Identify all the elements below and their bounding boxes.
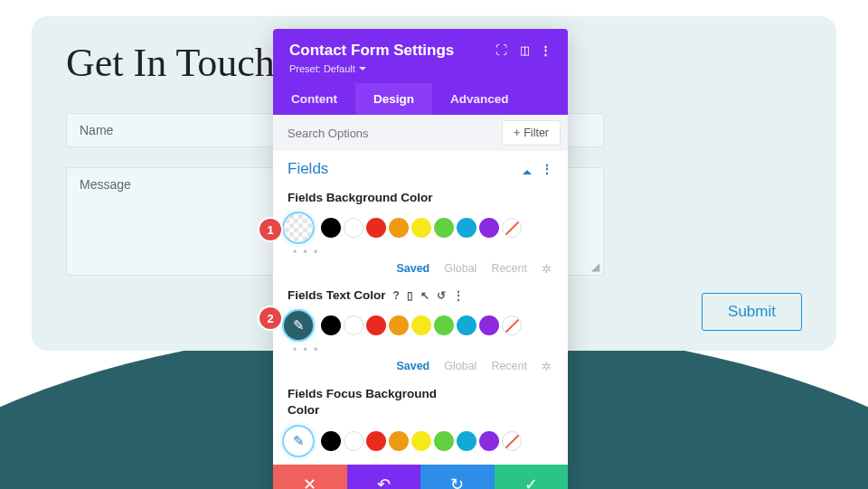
swatch-none[interactable] — [502, 218, 522, 238]
tab-content[interactable]: Content — [273, 83, 355, 115]
lead-swatch-teal[interactable]: ✎ — [282, 309, 315, 342]
eyedropper-icon: ✎ — [293, 433, 305, 449]
cursor-icon[interactable]: ↖ — [420, 289, 429, 302]
panel-tabs: Content Design Advanced — [273, 83, 568, 115]
swatch-white[interactable] — [344, 315, 363, 335]
save-button[interactable]: ✓ — [495, 465, 569, 489]
columns-icon[interactable]: ▯▯ — [520, 43, 527, 57]
more-icon[interactable]: ⋮ — [540, 43, 552, 57]
eyedropper-icon: ✎ — [293, 317, 305, 334]
expand-icon[interactable]: ⛶ — [495, 43, 507, 57]
option-fields-focus: Fields Focus Background Color ✎ — [288, 386, 553, 457]
swatch-orange[interactable] — [389, 315, 409, 335]
swatch-red[interactable] — [366, 315, 386, 335]
option-label: Fields Focus Background Color — [288, 386, 450, 418]
swatch-none[interactable] — [502, 315, 522, 335]
history-saved[interactable]: Saved — [396, 262, 429, 276]
swatch-purple[interactable] — [479, 218, 499, 238]
tab-design[interactable]: Design — [355, 83, 432, 115]
swatch-green[interactable] — [434, 218, 454, 238]
history-recent[interactable]: Recent — [491, 262, 527, 276]
resize-handle-icon[interactable]: ◢ — [591, 260, 599, 273]
swatch-green[interactable] — [434, 315, 454, 335]
cancel-button[interactable]: ✕ — [273, 465, 347, 489]
option-fields-bg: Fields Background Color • • • Saved Glob… — [288, 191, 553, 276]
option-fields-text: Fields Text Color ? ▯ ↖ ↺ ⋮ ✎ — [288, 288, 553, 373]
panel-header: Contact Form Settings Preset: Default ⛶ … — [273, 29, 568, 115]
caret-down-icon — [359, 63, 366, 74]
more-swatches-icon[interactable]: • • • — [293, 343, 553, 356]
swatch-white[interactable] — [344, 431, 363, 451]
swatch-black[interactable] — [321, 218, 341, 238]
more-swatches-icon[interactable]: • • • — [293, 246, 553, 259]
history-saved[interactable]: Saved — [396, 360, 429, 373]
gear-icon[interactable]: ✲ — [542, 360, 552, 373]
option-more-icon[interactable]: ⋮ — [453, 289, 464, 302]
plus-icon: + — [514, 127, 520, 139]
swatch-blue[interactable] — [457, 315, 476, 335]
redo-button[interactable]: ↻ — [420, 465, 495, 489]
collapse-icon[interactable] — [523, 160, 532, 174]
search-row: + Filter — [273, 115, 568, 151]
message-placeholder: Message — [80, 177, 131, 192]
search-input[interactable] — [273, 116, 495, 151]
callout-badge-1: 1 — [259, 219, 281, 240]
lead-swatch-transparent[interactable] — [282, 212, 315, 244]
option-label: Fields Background Color — [288, 191, 433, 204]
swatch-red[interactable] — [366, 431, 386, 451]
history-global[interactable]: Global — [444, 262, 476, 276]
section-more-icon[interactable]: ⋮ — [541, 162, 553, 176]
undo-button[interactable]: ↶ — [347, 465, 421, 489]
submit-button[interactable]: Submit — [702, 293, 802, 331]
option-label: Fields Text Color — [288, 288, 386, 302]
preset-dropdown[interactable]: Preset: Default — [289, 63, 454, 74]
swatch-purple[interactable] — [479, 315, 499, 335]
help-icon[interactable]: ? — [393, 289, 400, 302]
undo-icon[interactable]: ↺ — [437, 289, 446, 302]
redo-footer-icon: ↻ — [450, 475, 464, 489]
settings-panel: Contact Form Settings Preset: Default ⛶ … — [273, 29, 568, 489]
filter-button[interactable]: + Filter — [502, 120, 561, 146]
swatch-black[interactable] — [321, 315, 341, 335]
swatch-purple[interactable] — [479, 431, 499, 451]
swatch-orange[interactable] — [389, 218, 409, 238]
swatch-yellow[interactable] — [411, 315, 431, 335]
swatch-yellow[interactable] — [411, 218, 431, 238]
swatch-blue[interactable] — [457, 431, 476, 451]
swatch-white[interactable] — [344, 218, 363, 238]
check-icon: ✓ — [524, 475, 538, 489]
undo-footer-icon: ↶ — [377, 475, 391, 489]
panel-body: Fields ⋮ Fields Background Color — [273, 151, 568, 465]
swatch-yellow[interactable] — [411, 431, 431, 451]
device-icon[interactable]: ▯ — [407, 289, 413, 302]
swatch-red[interactable] — [366, 218, 386, 238]
lead-swatch-white[interactable]: ✎ — [282, 425, 315, 457]
swatch-black[interactable] — [321, 431, 341, 451]
panel-title: Contact Form Settings — [289, 42, 454, 60]
panel-footer: ✕ ↶ ↻ ✓ — [273, 465, 568, 489]
swatch-green[interactable] — [434, 431, 454, 451]
section-title[interactable]: Fields — [288, 160, 328, 178]
swatch-none[interactable] — [502, 431, 522, 451]
close-icon: ✕ — [303, 475, 316, 489]
swatch-orange[interactable] — [389, 431, 409, 451]
gear-icon[interactable]: ✲ — [542, 262, 552, 276]
history-recent[interactable]: Recent — [491, 360, 527, 373]
history-global[interactable]: Global — [444, 360, 476, 373]
tab-advanced[interactable]: Advanced — [432, 83, 527, 115]
callout-badge-2: 2 — [259, 307, 281, 329]
swatch-blue[interactable] — [457, 218, 476, 238]
